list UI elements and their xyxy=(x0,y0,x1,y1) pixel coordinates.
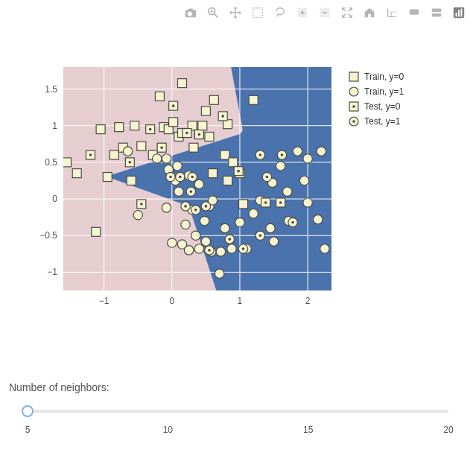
svg-point-147 xyxy=(228,238,231,241)
closest-hover-icon[interactable] xyxy=(404,3,424,22)
legend-item[interactable]: Train, y=1 xyxy=(349,86,404,97)
svg-rect-12 xyxy=(432,13,442,17)
svg-point-149 xyxy=(242,247,245,250)
scatter-chart: −1012 −1−0.500.511.5 Train, y=0Train, y=… xyxy=(34,60,466,338)
svg-point-121 xyxy=(197,133,200,136)
svg-point-119 xyxy=(185,132,188,135)
zoom-out-icon[interactable] xyxy=(315,3,334,22)
svg-point-77 xyxy=(191,231,200,240)
svg-text:1.5: 1.5 xyxy=(45,84,57,95)
slider-thumb[interactable] xyxy=(22,405,34,417)
svg-point-171 xyxy=(349,87,358,96)
svg-point-79 xyxy=(194,244,203,253)
svg-rect-33 xyxy=(110,150,118,159)
svg-point-97 xyxy=(283,187,292,196)
pan-icon[interactable] xyxy=(226,3,245,22)
svg-point-133 xyxy=(179,176,182,179)
svg-point-80 xyxy=(200,216,209,225)
svg-point-135 xyxy=(184,205,187,208)
svg-point-117 xyxy=(172,104,175,107)
svg-point-173 xyxy=(352,105,355,108)
svg-rect-37 xyxy=(130,121,139,130)
plotly-logo-icon[interactable] xyxy=(449,3,469,22)
svg-point-145 xyxy=(208,249,211,252)
svg-text:−0.5: −0.5 xyxy=(39,230,57,241)
svg-point-139 xyxy=(191,176,194,179)
svg-point-157 xyxy=(281,153,284,156)
svg-point-87 xyxy=(220,223,229,232)
reset-axes-icon[interactable] xyxy=(360,3,379,22)
svg-text:0: 0 xyxy=(52,194,57,204)
svg-point-115 xyxy=(160,146,163,149)
slider-label: Number of neighbors: xyxy=(9,381,467,393)
svg-point-63 xyxy=(133,210,142,219)
spike-lines-icon[interactable] xyxy=(382,3,402,22)
svg-point-155 xyxy=(266,176,269,179)
legend-label: Test, y=0 xyxy=(364,101,401,112)
y-axis: −1−0.500.511.5 xyxy=(39,84,57,278)
svg-point-107 xyxy=(89,153,92,156)
zoom-icon[interactable] xyxy=(203,3,223,22)
svg-point-101 xyxy=(303,198,312,207)
svg-point-88 xyxy=(227,244,236,253)
svg-point-104 xyxy=(317,147,326,156)
svg-rect-170 xyxy=(349,72,358,81)
svg-point-95 xyxy=(269,237,278,246)
svg-rect-60 xyxy=(239,200,248,209)
zoom-in-icon[interactable] xyxy=(293,3,312,22)
svg-point-75 xyxy=(184,246,193,255)
svg-point-91 xyxy=(249,209,258,218)
legend-item[interactable]: Train, y=0 xyxy=(349,72,404,82)
svg-point-64 xyxy=(153,154,162,163)
svg-rect-52 xyxy=(205,132,214,141)
svg-point-78 xyxy=(194,180,203,188)
svg-point-105 xyxy=(320,244,329,253)
svg-point-111 xyxy=(140,203,143,206)
svg-text:−1: −1 xyxy=(47,267,57,277)
svg-rect-61 xyxy=(249,95,258,104)
svg-rect-58 xyxy=(229,158,238,167)
slider-ticks: 5101520 xyxy=(28,425,448,437)
svg-point-96 xyxy=(276,162,285,171)
svg-rect-40 xyxy=(155,92,164,101)
svg-text:2: 2 xyxy=(305,296,311,306)
svg-point-151 xyxy=(259,234,262,237)
svg-point-65 xyxy=(162,154,171,163)
svg-rect-46 xyxy=(177,79,186,88)
chart-svg: −1012 −1−0.500.511.5 Train, y=0Train, y=… xyxy=(34,60,466,335)
svg-point-127 xyxy=(264,201,267,204)
svg-point-129 xyxy=(279,201,282,204)
legend-item[interactable]: Test, y=0 xyxy=(349,101,401,112)
svg-rect-54 xyxy=(209,95,218,104)
svg-rect-34 xyxy=(115,123,124,132)
svg-point-141 xyxy=(194,209,197,212)
svg-line-1 xyxy=(215,14,218,18)
svg-point-143 xyxy=(205,205,208,208)
svg-rect-10 xyxy=(410,10,419,15)
svg-rect-30 xyxy=(92,227,101,236)
neighbors-slider: Number of neighbors: 5101520 xyxy=(9,381,467,420)
svg-point-109 xyxy=(129,161,132,164)
legend-item[interactable]: Test, y=1 xyxy=(349,116,401,127)
slider-track[interactable]: 5101520 xyxy=(9,402,467,420)
svg-point-153 xyxy=(259,153,262,156)
camera-icon[interactable] xyxy=(181,3,200,22)
svg-point-62 xyxy=(123,147,132,156)
svg-rect-38 xyxy=(137,142,146,150)
box-select-icon[interactable] xyxy=(248,3,267,22)
compare-hover-icon[interactable] xyxy=(427,3,446,22)
svg-rect-50 xyxy=(198,121,207,130)
svg-point-159 xyxy=(291,221,294,224)
svg-rect-16 xyxy=(461,9,463,17)
svg-point-86 xyxy=(216,247,225,256)
svg-point-85 xyxy=(215,269,223,278)
svg-rect-11 xyxy=(432,9,442,13)
autoscale-icon[interactable] xyxy=(337,3,357,22)
slider-rail xyxy=(28,410,448,413)
lasso-select-icon[interactable] xyxy=(270,3,290,22)
svg-point-89 xyxy=(235,218,244,226)
slider-tick-label: 5 xyxy=(25,425,31,435)
svg-point-131 xyxy=(169,176,172,179)
plot-toolbar xyxy=(181,3,469,22)
svg-rect-56 xyxy=(223,176,232,185)
